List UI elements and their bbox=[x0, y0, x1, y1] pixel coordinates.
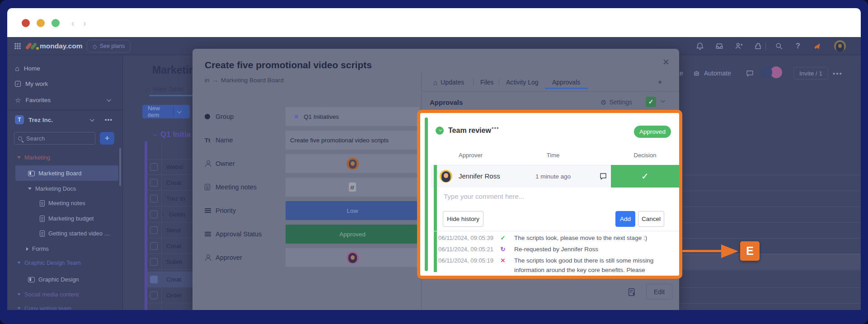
invite-label: Invite / 1 bbox=[799, 70, 822, 77]
group-icon bbox=[205, 114, 210, 119]
sidebar-doc-getting-started-video[interactable]: Getting started video … bbox=[40, 230, 110, 237]
comment-input[interactable] bbox=[443, 191, 660, 202]
group-header-q1-initiatives[interactable]: Q1 Initia bbox=[153, 130, 191, 139]
file-icon bbox=[349, 183, 356, 192]
sidebar-doc-marketing-budget[interactable]: Marketing budget bbox=[40, 215, 94, 222]
breadcrumb[interactable]: in Marketing Board Board bbox=[205, 77, 284, 84]
field-value-group[interactable]: Q1 Initiatives bbox=[286, 107, 419, 126]
discussion-bubble-icon[interactable] bbox=[746, 67, 754, 80]
field-value-owner[interactable] bbox=[286, 154, 419, 173]
automate-button[interactable]: Automate bbox=[692, 67, 731, 80]
field-value-priority[interactable]: Low bbox=[286, 201, 419, 220]
sidebar-scrollbar[interactable] bbox=[119, 148, 121, 186]
sidebar-board-graphic-design[interactable]: Graphic Design bbox=[28, 276, 79, 283]
row-checkbox[interactable] bbox=[150, 276, 158, 283]
sidebar-folder-marketing[interactable]: Marketing bbox=[17, 154, 50, 161]
decision-approved-cell[interactable] bbox=[611, 165, 679, 188]
field-value-approver[interactable] bbox=[286, 248, 419, 267]
arrow-right-icon bbox=[212, 77, 219, 84]
edit-button[interactable]: Edit bbox=[646, 284, 672, 300]
caret-down-icon bbox=[17, 262, 21, 264]
see-plans-button[interactable]: See plans bbox=[87, 40, 131, 52]
add-tab-button[interactable]: + bbox=[658, 76, 662, 89]
tree-item-label: Marketing budget bbox=[48, 215, 94, 222]
close-window-button[interactable] bbox=[22, 19, 30, 27]
new-item-button[interactable]: New item bbox=[142, 105, 190, 118]
row-checkbox[interactable] bbox=[150, 163, 158, 171]
invite-button[interactable]: Invite / 1 bbox=[793, 67, 828, 80]
history-timestamp: 06/11/2024, 09:05:21 bbox=[438, 245, 496, 254]
user-avatar[interactable] bbox=[834, 40, 846, 52]
sidebar-folder-graphic-design-team[interactable]: Graphic Design Team bbox=[17, 259, 81, 266]
chevron-down-icon[interactable] bbox=[661, 98, 665, 103]
round-menu-icon[interactable] bbox=[492, 125, 499, 131]
tab-files[interactable]: Files bbox=[480, 76, 494, 89]
app-logo-text[interactable]: monday.com bbox=[40, 42, 82, 50]
help-icon[interactable]: ? bbox=[793, 42, 802, 51]
annotation-arrow-head bbox=[721, 244, 738, 258]
text-icon: Tt bbox=[205, 137, 210, 144]
row-checkbox[interactable] bbox=[150, 211, 158, 218]
sidebar-folder-marketing-docs[interactable]: Marketing Docs bbox=[28, 185, 76, 192]
sidebar-doc-meeting-notes[interactable]: Meeting notes bbox=[40, 200, 85, 207]
whats-new-icon[interactable] bbox=[813, 42, 822, 51]
add-item-button[interactable]: + bbox=[100, 132, 114, 145]
row-line bbox=[679, 270, 861, 270]
hide-history-button[interactable]: Hide history bbox=[443, 211, 483, 227]
field-value-approval-status[interactable]: Approved bbox=[286, 225, 419, 244]
row-checkbox[interactable] bbox=[150, 242, 158, 250]
cancel-button[interactable]: Cancel bbox=[638, 211, 664, 227]
tab-approvals[interactable]: Approvals bbox=[552, 76, 580, 89]
sidebar-folder-forms[interactable]: Forms bbox=[26, 245, 49, 252]
field-value-meeting-notes[interactable] bbox=[286, 178, 419, 197]
approval-column-checkbox[interactable] bbox=[646, 97, 656, 107]
add-button[interactable]: Add bbox=[615, 211, 635, 227]
row-checkbox[interactable] bbox=[150, 226, 158, 234]
row-name: Send bbox=[166, 227, 181, 234]
tab-main-table[interactable]: Main Table bbox=[145, 85, 183, 93]
search-input[interactable] bbox=[25, 135, 80, 142]
row-checkbox[interactable] bbox=[150, 291, 158, 299]
minimize-window-button[interactable] bbox=[37, 19, 45, 27]
sidebar-search[interactable] bbox=[14, 132, 95, 145]
apps-grid-icon[interactable] bbox=[14, 43, 16, 45]
expand-row-icon[interactable] bbox=[162, 211, 164, 217]
row-checkbox[interactable] bbox=[150, 179, 158, 187]
invite-members-icon[interactable] bbox=[734, 42, 743, 51]
comment-bubble-icon[interactable] bbox=[599, 172, 607, 180]
member-avatar[interactable] bbox=[760, 66, 772, 78]
field-label: Name bbox=[216, 136, 233, 144]
row-checkbox[interactable] bbox=[150, 258, 158, 266]
sidebar-item-label: My work bbox=[25, 80, 48, 87]
tab-updates[interactable]: Updates bbox=[433, 76, 464, 89]
approval-round-status-icon[interactable] bbox=[436, 127, 444, 135]
modal-title: Create five promotional video scripts bbox=[205, 60, 372, 70]
status-badge: Approved bbox=[634, 126, 671, 138]
close-icon[interactable] bbox=[661, 57, 671, 68]
browser-forward-icon[interactable] bbox=[80, 19, 89, 27]
sidebar-board-marketing-board[interactable]: Marketing Board bbox=[28, 170, 81, 177]
settings-button[interactable]: Settings bbox=[601, 99, 632, 106]
sidebar-item-favorites[interactable]: Favorites bbox=[15, 97, 110, 103]
sidebar-folder-social-media-content[interactable]: Social media content bbox=[17, 291, 79, 298]
row-checkbox[interactable] bbox=[150, 195, 158, 202]
marketplace-puzzle-icon[interactable] bbox=[754, 42, 763, 51]
item-card-icon[interactable] bbox=[627, 287, 637, 297]
notifications-bell-icon[interactable] bbox=[695, 42, 704, 51]
row-line bbox=[679, 238, 861, 239]
sidebar-folder-copy-writing-team[interactable]: Copy writing team bbox=[17, 305, 71, 310]
field-value-name[interactable]: Create five promotional video scripts bbox=[286, 131, 419, 150]
browser-back-icon[interactable] bbox=[69, 19, 77, 27]
sidebar-item-my-work[interactable]: My work bbox=[15, 80, 48, 87]
tab-activity-log[interactable]: Activity Log bbox=[506, 76, 539, 89]
workspace-switcher[interactable]: T Trez Inc. bbox=[15, 115, 113, 124]
board-menu-icon[interactable] bbox=[833, 67, 843, 80]
field-label: Meeting notes bbox=[216, 183, 257, 191]
sidebar-item-home[interactable]: Home bbox=[15, 65, 40, 72]
row-line bbox=[679, 222, 861, 223]
workspace-menu-icon[interactable] bbox=[105, 117, 113, 123]
maximize-window-button[interactable] bbox=[52, 19, 60, 27]
inbox-tray-icon[interactable] bbox=[715, 42, 724, 51]
field-label: Approver bbox=[216, 254, 242, 261]
search-icon[interactable] bbox=[774, 42, 784, 51]
